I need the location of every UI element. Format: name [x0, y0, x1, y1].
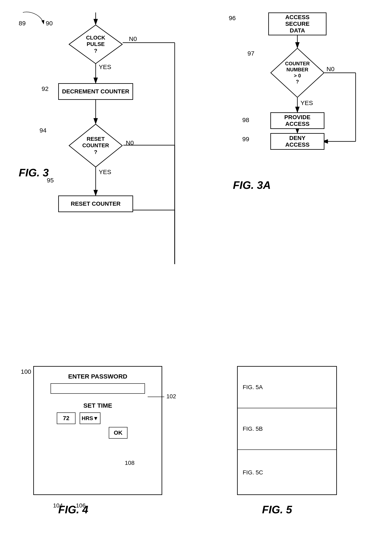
fig4-title: FIG. 4	[58, 503, 88, 516]
fig3a-title: FIG. 3A	[233, 179, 271, 191]
fig4-hrs-dropdown[interactable]: HRS▼	[80, 412, 100, 424]
reset-counter-diamond-wrapper: RESETCOUNTER?	[69, 124, 123, 168]
label-94: 94	[39, 127, 46, 134]
fig5-row-b: FIG. 5B	[238, 408, 336, 450]
yes-reset-label: YES	[99, 168, 111, 176]
reset-counter-box: RESET COUNTER	[58, 195, 133, 212]
deny-access-box: DENYACCESS	[270, 133, 324, 150]
label-90: 90	[46, 20, 53, 27]
no-clock-label: N0	[129, 35, 137, 43]
fig4-72-box[interactable]: 72	[57, 412, 75, 424]
access-secure-data-box: ACCESSSECUREDATA	[268, 12, 327, 35]
label-100: 100	[21, 368, 31, 375]
label-96: 96	[229, 15, 236, 22]
clock-pulse-label: CLOCKPULSE?	[69, 25, 123, 64]
fig5-outer-box: FIG. 5A FIG. 5B FIG. 5C	[237, 366, 337, 495]
fig5-row-c: FIG. 5C	[238, 450, 336, 495]
counter-number-label: COUNTERNUMBER> 0?	[270, 48, 324, 98]
reset-counter-diamond-label: RESETCOUNTER?	[69, 124, 123, 168]
label-97: 97	[247, 50, 254, 57]
fig4-set-time-label: SET TIME	[34, 402, 161, 409]
label-102: 102	[166, 393, 176, 400]
fig5a-label: FIG. 5A	[243, 384, 263, 390]
fig5b-label: FIG. 5B	[243, 426, 263, 432]
no-reset-label: N0	[126, 139, 134, 146]
fig5-container: FIG. 5A FIG. 5B FIG. 5C FIG. 5	[229, 366, 354, 516]
provide-access-box: PROVIDEACCESS	[270, 112, 324, 129]
fig4-outer-box: ENTER PASSWORD SET TIME 72 HRS▼ OK	[33, 366, 162, 495]
label-108: 108	[125, 460, 134, 466]
label-98: 98	[242, 116, 249, 124]
yes-counter-label: YES	[301, 99, 313, 107]
fig3-title: FIG. 3	[19, 166, 49, 179]
no-counter-label: N0	[327, 65, 334, 73]
fig4-password-input[interactable]	[51, 383, 145, 394]
label-92: 92	[42, 85, 48, 92]
fig5-title: FIG. 5	[262, 503, 292, 516]
fig3-container: 89 90 CLOCKPULSE? N0 YES 92 DECREMENT CO…	[12, 8, 183, 352]
fig3a-arrows	[220, 8, 378, 195]
fig3a-container: 96 ACCESSSECUREDATA 97 COUNTERNUMBER> 0?…	[220, 8, 378, 195]
yes-clock-label: YES	[99, 63, 111, 70]
label-89: 89	[19, 20, 26, 27]
fig5-row-a: FIG. 5A	[238, 367, 336, 408]
label-99: 99	[242, 136, 249, 143]
fig4-ok-button[interactable]: OK	[109, 427, 128, 439]
clock-pulse-diamond-wrapper: CLOCKPULSE?	[69, 25, 123, 64]
fig5c-label: FIG. 5C	[243, 469, 263, 476]
fig4-enter-password-label: ENTER PASSWORD	[34, 373, 161, 380]
decrement-counter-box: DECREMENT COUNTER	[58, 83, 133, 100]
page: 89 90 CLOCKPULSE? N0 YES 92 DECREMENT CO…	[0, 0, 392, 542]
counter-number-diamond-wrapper: COUNTERNUMBER> 0?	[270, 48, 324, 98]
fig4-container: 100 ENTER PASSWORD SET TIME 72 HRS▼ OK 1…	[17, 366, 187, 516]
